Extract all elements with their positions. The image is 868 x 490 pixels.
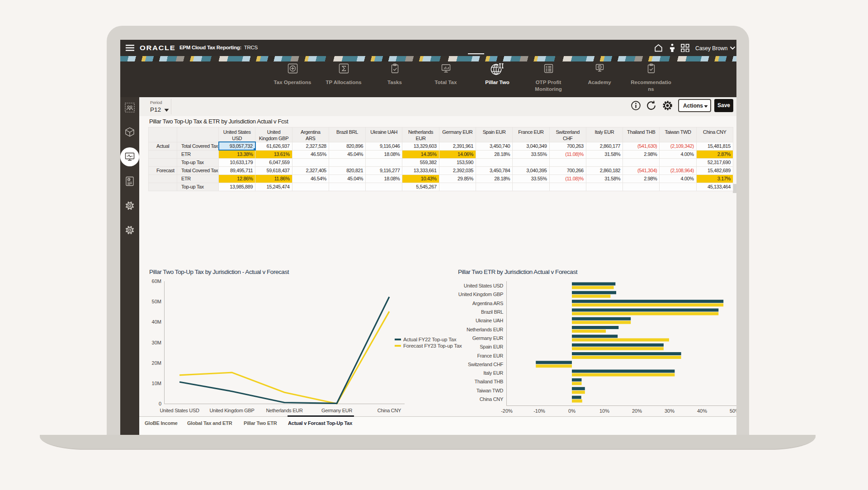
- svg-text:Spain EUR: Spain EUR: [480, 344, 503, 349]
- svg-text:10M: 10M: [152, 381, 161, 386]
- svg-text:Netherlands EUR: Netherlands EUR: [266, 408, 302, 413]
- svg-text:-20%: -20%: [501, 408, 513, 414]
- svg-text:30M: 30M: [152, 340, 161, 345]
- svg-text:20%: 20%: [632, 408, 642, 414]
- svg-text:China CNY: China CNY: [480, 396, 504, 402]
- svg-text:-10%: -10%: [533, 408, 545, 414]
- svg-text:Ukraine UAH: Ukraine UAH: [476, 318, 503, 323]
- svg-text:Germany EUR: Germany EUR: [321, 408, 353, 413]
- svg-text:Netherlands EUR: Netherlands EUR: [467, 327, 503, 332]
- svg-text:40%: 40%: [697, 408, 707, 414]
- svg-text:United Kingdom GBP: United Kingdom GBP: [458, 292, 503, 297]
- svg-text:Switzerland CHF: Switzerland CHF: [468, 362, 504, 367]
- svg-text:Italy EUR: Italy EUR: [483, 370, 503, 376]
- svg-text:50%: 50%: [730, 408, 736, 414]
- svg-text:United States USD: United States USD: [464, 283, 504, 288]
- svg-text:40M: 40M: [152, 319, 161, 325]
- svg-text:Actual FY22 Top-up Tax: Actual FY22 Top-up Tax: [403, 337, 457, 342]
- svg-text:United States USD: United States USD: [160, 408, 199, 413]
- svg-text:0: 0: [159, 401, 161, 406]
- svg-text:China CNY: China CNY: [377, 408, 401, 413]
- svg-text:Germany EUR: Germany EUR: [472, 335, 504, 341]
- svg-text:United Kingdom GBP: United Kingdom GBP: [209, 408, 254, 413]
- svg-text:60M: 60M: [152, 278, 161, 284]
- svg-text:France EUR: France EUR: [477, 353, 503, 358]
- svg-text:Thailand THB: Thailand THB: [475, 379, 503, 384]
- svg-text:20M: 20M: [152, 360, 161, 366]
- svg-text:0%: 0%: [568, 408, 576, 414]
- svg-text:Taiwan TWD: Taiwan TWD: [476, 388, 503, 393]
- svg-text:Brazil BRL: Brazil BRL: [481, 309, 503, 315]
- svg-text:50M: 50M: [152, 299, 161, 304]
- svg-text:Forecast FY23 Top-up Tax: Forecast FY23 Top-up Tax: [403, 343, 462, 349]
- svg-text:10%: 10%: [599, 408, 609, 414]
- svg-text:Argentina ARS: Argentina ARS: [472, 301, 503, 306]
- svg-text:30%: 30%: [665, 408, 675, 414]
